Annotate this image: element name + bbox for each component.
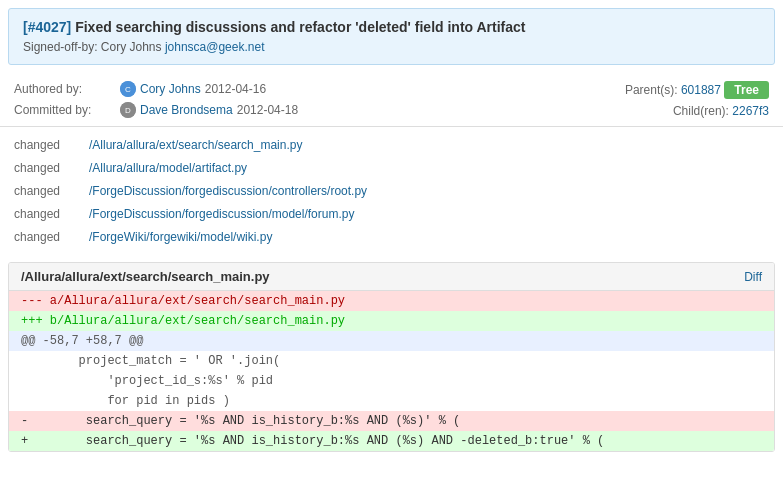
commit-meta-right: Parent(s): 601887 Tree Child(ren): 2267f… [611,73,783,126]
commit-title: [#4027] Fixed searching discussions and … [23,19,760,35]
changed-file-3: /ForgeDiscussion/forgediscussion/model/f… [89,206,354,221]
svg-text:C: C [125,85,131,94]
changed-label-1: changed [14,161,69,175]
diff-header: /Allura/allura/ext/search/search_main.py… [9,263,774,291]
diff-link[interactable]: Diff [744,270,762,284]
changed-file-4: /ForgeWiki/forgewiki/model/wiki.py [89,229,272,244]
authored-row: Authored by: C Cory Johns 2012-04-16 [14,81,597,97]
changed-row-1: changed /Allura/allura/model/artifact.py [0,156,783,179]
changed-row-3: changed /ForgeDiscussion/forgediscussion… [0,202,783,225]
commit-signoff: Signed-off-by: Cory Johns johnsca@geek.n… [23,40,760,54]
children-ref[interactable]: 2267f3 [732,104,769,118]
changed-files: changed /Allura/allura/ext/search/search… [0,127,783,254]
children-row: Child(ren): 2267f3 [673,104,769,118]
changed-label-2: changed [14,184,69,198]
changed-file-2: /ForgeDiscussion/forgediscussion/control… [89,183,367,198]
diff-section: /Allura/allura/ext/search/search_main.py… [8,262,775,452]
diff-line-3: project_match = ' OR '.join( [9,351,774,371]
signoff-name: Cory Johns [101,40,162,54]
authored-name[interactable]: Cory Johns [140,82,201,96]
diff-line-2: @@ -58,7 +58,7 @@ [9,331,774,351]
commit-meta: Authored by: C Cory Johns 2012-04-16 Com… [0,73,783,127]
parents-label: Parent(s): [625,83,678,97]
parents-ref[interactable]: 601887 [681,83,721,97]
changed-file-1: /Allura/allura/model/artifact.py [89,160,247,175]
changed-file-0: /Allura/allura/ext/search/search_main.py [89,137,302,152]
committed-label: Committed by: [14,103,114,117]
authored-value: C Cory Johns 2012-04-16 [120,81,266,97]
changed-label-3: changed [14,207,69,221]
diff-line-5: for pid in pids ) [9,391,774,411]
changed-row-0: changed /Allura/allura/ext/search/search… [0,133,783,156]
commit-title-text: Fixed searching discussions and refactor… [71,19,525,35]
page-container: [#4027] Fixed searching discussions and … [0,8,783,452]
diff-line-7: + search_query = '%s AND is_history_b:%s… [9,431,774,451]
commit-meta-left: Authored by: C Cory Johns 2012-04-16 Com… [0,73,611,126]
diff-line-4: 'project_id_s:%s' % pid [9,371,774,391]
svg-text:D: D [125,106,131,115]
commit-header: [#4027] Fixed searching discussions and … [8,8,775,65]
signoff-label: Signed-off-by: [23,40,98,54]
committed-row: Committed by: D Dave Brondsema 2012-04-1… [14,102,597,118]
diff-line-6: - search_query = '%s AND is_history_b:%s… [9,411,774,431]
children-label: Child(ren): [673,104,729,118]
parent-row: Parent(s): 601887 Tree [625,81,769,99]
changed-label-0: changed [14,138,69,152]
committed-value: D Dave Brondsema 2012-04-18 [120,102,298,118]
committed-date: 2012-04-18 [237,103,298,117]
committed-name[interactable]: Dave Brondsema [140,103,233,117]
authored-date: 2012-04-16 [205,82,266,96]
dave-avatar-icon: D [120,102,136,118]
diff-line-1: +++ b/Allura/allura/ext/search/search_ma… [9,311,774,331]
changed-label-4: changed [14,230,69,244]
cory-avatar-icon: C [120,81,136,97]
diff-filename: /Allura/allura/ext/search/search_main.py [21,269,270,284]
diff-line-0: --- a/Allura/allura/ext/search/search_ma… [9,291,774,311]
signoff-email[interactable]: johnsca@geek.net [165,40,265,54]
authored-label: Authored by: [14,82,114,96]
tree-button[interactable]: Tree [724,81,769,99]
issue-ref[interactable]: [#4027] [23,19,71,35]
changed-row-4: changed /ForgeWiki/forgewiki/model/wiki.… [0,225,783,248]
changed-row-2: changed /ForgeDiscussion/forgediscussion… [0,179,783,202]
diff-body: --- a/Allura/allura/ext/search/search_ma… [9,291,774,451]
